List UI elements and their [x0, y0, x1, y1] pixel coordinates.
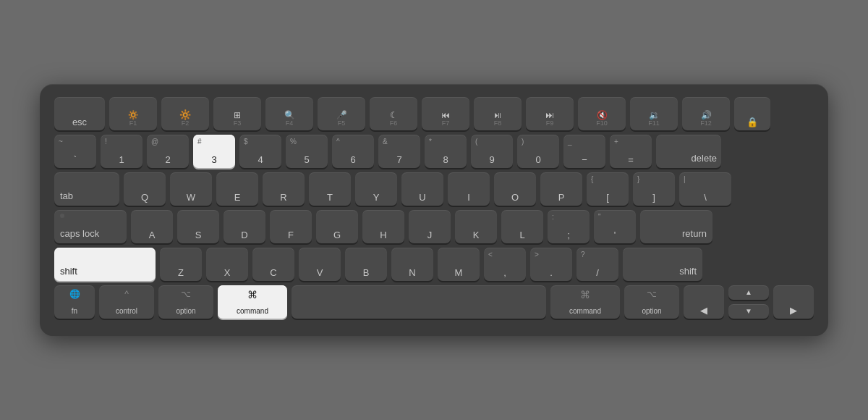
key-option-right[interactable]: ⌥ option	[624, 285, 679, 319]
key-f9[interactable]: ⏭ F9	[526, 97, 574, 130]
key-3[interactable]: # 3	[193, 135, 235, 168]
key-g[interactable]: G	[316, 210, 358, 243]
key-control[interactable]: ^ control	[99, 285, 154, 319]
key-lbracket[interactable]: { [	[587, 172, 629, 206]
key-tab[interactable]: tab	[54, 172, 119, 206]
key-delete[interactable]: delete	[656, 135, 721, 168]
key-s[interactable]: S	[177, 210, 219, 243]
key-m[interactable]: M	[438, 248, 480, 281]
key-b[interactable]: B	[345, 248, 387, 281]
asdf-row: caps lock A S D F G H J K L : ; " ' retu…	[54, 210, 814, 243]
key-a[interactable]: A	[131, 210, 173, 243]
zxcv-row: shift Z X C V B N M < , > . ? / shift	[54, 248, 814, 281]
key-shift-right[interactable]: shift	[623, 248, 702, 281]
key-u[interactable]: U	[401, 172, 443, 206]
key-quote[interactable]: " '	[594, 210, 636, 243]
key-f3[interactable]: ⊞ F3	[213, 97, 261, 130]
key-i[interactable]: I	[448, 172, 490, 206]
key-7[interactable]: & 7	[378, 135, 420, 168]
key-n[interactable]: N	[391, 248, 433, 281]
key-q[interactable]: Q	[124, 172, 166, 206]
option-icon-left: ⌥	[181, 289, 191, 299]
key-f5[interactable]: 🎤 F5	[318, 97, 365, 130]
key-semicolon[interactable]: : ;	[548, 210, 590, 243]
control-icon: ^	[124, 289, 129, 299]
key-6[interactable]: ^ 6	[332, 135, 374, 168]
key-v[interactable]: V	[299, 248, 341, 281]
key-f12[interactable]: 🔊 F12	[682, 97, 730, 130]
key-h[interactable]: H	[362, 210, 404, 243]
key-k[interactable]: K	[455, 210, 497, 243]
key-2[interactable]: @ 2	[147, 135, 189, 168]
key-command-left[interactable]: ⌘ command	[218, 285, 287, 319]
key-t[interactable]: T	[309, 172, 351, 206]
key-comma[interactable]: < ,	[484, 248, 526, 281]
key-9[interactable]: ( 9	[471, 135, 513, 168]
key-d[interactable]: D	[224, 210, 265, 243]
key-r[interactable]: R	[263, 172, 305, 206]
command-icon-left: ⌘	[247, 289, 258, 301]
key-z[interactable]: Z	[160, 248, 202, 281]
key-e[interactable]: E	[216, 172, 258, 206]
key-w[interactable]: W	[170, 172, 212, 206]
key-f11[interactable]: 🔉 F11	[630, 97, 678, 130]
key-option-left[interactable]: ⌥ option	[158, 285, 213, 319]
key-l[interactable]: L	[501, 210, 543, 243]
option-icon-right: ⌥	[647, 289, 657, 299]
key-shift-left[interactable]: shift	[54, 248, 156, 281]
capslock-dot	[60, 214, 64, 218]
key-f6[interactable]: ☾ F6	[370, 97, 417, 130]
key-slash[interactable]: ? /	[576, 248, 618, 281]
key-lock[interactable]: 🔒	[734, 97, 770, 130]
key-equals[interactable]: + =	[610, 135, 652, 168]
key-arrow-left[interactable]: ◀	[684, 285, 724, 319]
key-8[interactable]: * 8	[425, 135, 467, 168]
key-j[interactable]: J	[409, 210, 451, 243]
key-command-right[interactable]: ⌘ command	[550, 285, 620, 319]
keyboard: esc 🔅 F1 🔆 F2 ⊞ F3 🔍 F4 🎤 F5 ☾ F6 ⏮ F7	[40, 84, 828, 336]
key-capslock[interactable]: caps lock	[54, 210, 127, 243]
key-rbracket[interactable]: } ]	[633, 172, 675, 206]
key-backslash[interactable]: | \	[679, 172, 731, 206]
key-period[interactable]: > .	[530, 248, 572, 281]
key-return[interactable]: return	[640, 210, 712, 243]
key-minus[interactable]: _ −	[563, 135, 605, 168]
key-f1[interactable]: 🔅 F1	[109, 97, 157, 130]
arrow-up-down-cluster: ▲ ▼	[728, 285, 769, 319]
key-o[interactable]: O	[494, 172, 536, 206]
key-4[interactable]: $ 4	[239, 135, 281, 168]
key-f[interactable]: F	[270, 210, 312, 243]
key-fn[interactable]: 🌐 fn	[54, 285, 95, 319]
key-space[interactable]	[292, 285, 546, 319]
key-f7[interactable]: ⏮ F7	[422, 97, 469, 130]
key-x[interactable]: X	[206, 248, 248, 281]
key-0[interactable]: ) 0	[517, 135, 559, 168]
bottom-row: 🌐 fn ^ control ⌥ option ⌘ command ⌘ comm…	[54, 285, 814, 319]
key-f8[interactable]: ⏯ F8	[474, 97, 522, 130]
key-arrow-up[interactable]: ▲	[728, 285, 769, 300]
key-p[interactable]: P	[540, 172, 582, 206]
key-5[interactable]: % 5	[286, 135, 328, 168]
key-c[interactable]: C	[252, 248, 294, 281]
key-f10[interactable]: 🔇 F10	[578, 97, 626, 130]
qwerty-row: tab Q W E R T Y U I O P { [ } ] | \	[54, 172, 814, 206]
key-tilde[interactable]: ~ `	[54, 135, 96, 168]
key-arrow-right[interactable]: ▶	[773, 285, 814, 319]
key-f2[interactable]: 🔆 F2	[161, 97, 209, 130]
key-y[interactable]: Y	[355, 172, 397, 206]
key-arrow-down[interactable]: ▼	[728, 304, 769, 319]
number-row: ~ ` ! 1 @ 2 # 3 $ 4 % 5 ^ 6 & 7	[54, 135, 814, 168]
function-row: esc 🔅 F1 🔆 F2 ⊞ F3 🔍 F4 🎤 F5 ☾ F6 ⏮ F7	[54, 97, 814, 130]
key-1[interactable]: ! 1	[101, 135, 142, 168]
key-f4[interactable]: 🔍 F4	[265, 97, 313, 130]
command-icon-right: ⌘	[580, 289, 590, 301]
key-esc[interactable]: esc	[54, 97, 105, 130]
globe-icon: 🌐	[69, 289, 80, 299]
